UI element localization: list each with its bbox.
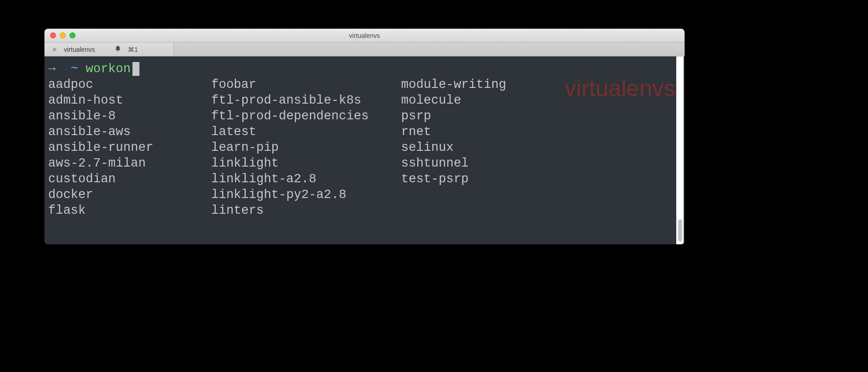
- list-item: ftl-prod-ansible-k8s: [211, 93, 401, 108]
- list-item: custodian: [48, 171, 211, 187]
- list-item: ansible-runner: [48, 140, 211, 155]
- tab-virtualenvs[interactable]: ✕ virtualenvs ⌘1: [44, 43, 174, 56]
- list-item: module-writing: [401, 77, 506, 93]
- list-item: aws-2.7-milan: [48, 155, 211, 171]
- list-item: linters: [211, 203, 401, 218]
- titlebar[interactable]: virtualenvs: [44, 29, 685, 43]
- list-item: docker: [48, 187, 211, 203]
- output-column-2: module-writing molecule psrp rnet selinu…: [401, 77, 506, 218]
- list-item: latest: [211, 124, 401, 140]
- list-item: linklight-a2.8: [211, 171, 401, 187]
- list-item: foobar: [211, 77, 401, 93]
- cursor: [132, 62, 139, 76]
- list-item: test-psrp: [401, 171, 506, 187]
- list-item: sshtunnel: [401, 155, 506, 171]
- scrollbar-track[interactable]: [676, 56, 684, 244]
- scrollbar-thumb[interactable]: [678, 219, 682, 242]
- list-item: psrp: [401, 108, 506, 124]
- list-item: selinux: [401, 140, 506, 155]
- output-column-1: foobar ftl-prod-ansible-k8s ftl-prod-dep…: [211, 77, 401, 218]
- tab-bar: ✕ virtualenvs ⌘1: [44, 43, 685, 56]
- list-item: ansible-8: [48, 108, 211, 124]
- zoom-window-button[interactable]: [69, 32, 75, 38]
- minimize-window-button[interactable]: [60, 32, 66, 38]
- list-item: ansible-aws: [48, 124, 211, 140]
- list-item: flask: [48, 203, 211, 218]
- list-item: rnet: [401, 124, 506, 140]
- prompt-arrow-icon: →: [48, 61, 56, 77]
- list-item: aadpoc: [48, 77, 211, 93]
- tab-title: virtualenvs: [64, 46, 95, 53]
- list-item: linklight: [211, 155, 401, 171]
- bell-icon: [114, 45, 121, 53]
- traffic-lights: [44, 32, 75, 38]
- close-tab-icon[interactable]: ✕: [52, 46, 57, 53]
- output-column-0: aadpoc admin-host ansible-8 ansible-aws …: [48, 77, 211, 218]
- list-item: learn-pip: [211, 140, 401, 155]
- prompt-command: workon: [86, 61, 131, 77]
- tab-shortcut: ⌘1: [128, 46, 138, 53]
- close-window-button[interactable]: [50, 32, 56, 38]
- terminal-window: virtualenvs ✕ virtualenvs ⌘1 → ~ workon …: [44, 29, 685, 244]
- prompt-cwd: ~: [71, 61, 78, 77]
- window-title: virtualenvs: [44, 32, 685, 39]
- output-columns: aadpoc admin-host ansible-8 ansible-aws …: [48, 77, 681, 218]
- list-item: molecule: [401, 93, 506, 108]
- list-item: ftl-prod-dependencies: [211, 108, 401, 124]
- list-item: admin-host: [48, 93, 211, 108]
- terminal-viewport[interactable]: → ~ workon aadpoc admin-host ansible-8 a…: [44, 56, 685, 244]
- prompt-line: → ~ workon: [48, 61, 681, 77]
- list-item: linklight-py2-a2.8: [211, 187, 401, 203]
